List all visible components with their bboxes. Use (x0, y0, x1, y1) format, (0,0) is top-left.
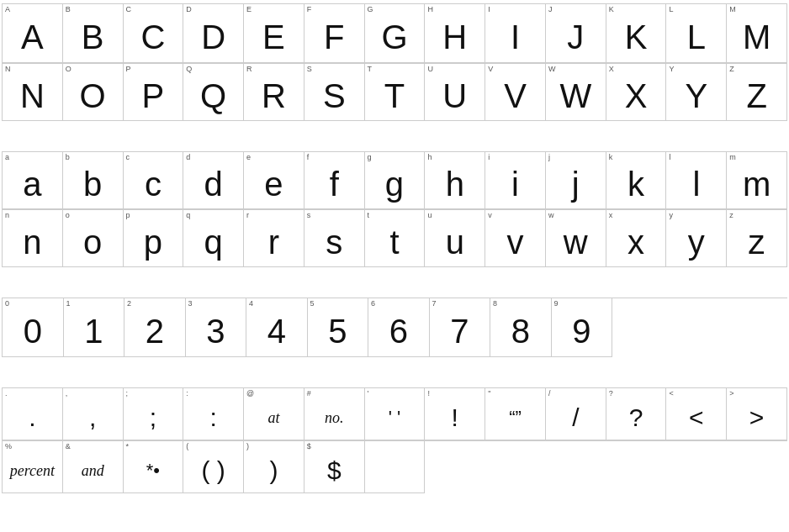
cell-glyph: I (511, 20, 520, 54)
glyph-cell: FF (304, 4, 365, 63)
cell-label: s (307, 212, 311, 219)
cell-label: @ (246, 390, 254, 398)
cell-label: n (5, 212, 9, 219)
glyph-cell: ZZ (727, 64, 787, 121)
cell-label: ( (186, 443, 188, 450)
cell-label: 9 (554, 300, 559, 308)
glyph-cell: rr (244, 210, 304, 267)
glyph-cell: DD (183, 4, 244, 63)
cell-glyph: “” (509, 408, 522, 427)
cell-glyph: P (142, 79, 165, 113)
glyph-cell: zz (727, 210, 787, 267)
cell-glyph: 2 (146, 314, 164, 348)
cell-label: O (66, 66, 71, 73)
cell-glyph: ' ' (389, 408, 401, 427)
cell-label: y (669, 212, 673, 219)
cell-glyph: ! (452, 405, 458, 430)
glyph-cell: &and (63, 441, 124, 493)
cell-label: x (609, 212, 613, 219)
cell-glyph: f (330, 167, 339, 201)
glyph-cell: "“” (485, 388, 546, 440)
glyph-cell: (( ) (183, 441, 244, 493)
font-preview: AABBCCDDEEFFGGHHIIJJKKLLMM NNOOPPQQRRSST… (0, 0, 789, 512)
glyph-cell: ff (304, 152, 365, 209)
glyph-cell: 66 (368, 298, 430, 357)
cell-label: f (307, 154, 310, 161)
cell-glyph: 7 (450, 314, 469, 348)
cell-label: t (368, 212, 370, 219)
cell-glyph: ; (150, 405, 156, 430)
cell-glyph: x (627, 225, 644, 259)
glyph-cell: JJ (546, 4, 606, 63)
glyph-cell: HH (425, 4, 485, 63)
cell-label: D (186, 6, 192, 13)
cell-label: g (368, 154, 372, 161)
cell-glyph: 0 (24, 314, 42, 348)
cell-label: ) (246, 443, 249, 450)
cell-glyph: A (21, 20, 44, 54)
cell-glyph: E (262, 20, 285, 54)
cell-glyph: W (559, 79, 591, 113)
cell-glyph: e (264, 167, 283, 201)
cell-glyph: z (749, 225, 765, 259)
glyph-cell: %percent (3, 441, 63, 493)
glyph-cell: hh (425, 152, 485, 209)
glyph-cell: >> (727, 388, 787, 440)
cell-glyph: O (80, 79, 106, 113)
cell-label: P (126, 66, 131, 73)
glyph-cell: SS (304, 64, 365, 121)
cell-label: C (126, 6, 132, 13)
cell-glyph: Z (746, 79, 766, 113)
glyph-cell: XX (606, 64, 667, 121)
glyph-cell: '' ' (365, 388, 426, 440)
uppercase-section: AABBCCDDEEFFGGHHIIJJKKLLMM NNOOPPQQRRSST… (2, 3, 787, 121)
cell-label: / (548, 390, 551, 398)
cell-label: Q (186, 66, 192, 73)
cell-glyph: v (507, 225, 524, 259)
cell-glyph: . (29, 405, 35, 430)
glyph-cell: **• (124, 441, 184, 493)
cell-glyph: j (572, 167, 580, 201)
cell-glyph: C (140, 20, 165, 54)
cell-glyph: n (23, 225, 41, 259)
glyph-cell: jj (546, 152, 606, 209)
cell-glyph: percent (10, 463, 55, 478)
glyph-cell: oo (63, 210, 124, 267)
cell-glyph: X (625, 79, 648, 113)
glyph-cell: 44 (246, 298, 308, 357)
glyph-cell: dd (183, 152, 244, 209)
glyph-cell: vv (485, 210, 546, 267)
cell-label: W (548, 66, 556, 73)
glyph-cell: // (546, 388, 606, 440)
glyph-cell: ss (304, 210, 365, 267)
punctuation-row1: ..,,;;::@at#no.'' '!!"“”//??<<>> (2, 387, 787, 440)
cell-label: # (307, 390, 311, 398)
glyph-cell: 99 (552, 298, 613, 357)
glyph-cell: LL (666, 4, 727, 63)
cell-glyph: s (326, 225, 342, 259)
cell-label: 0 (5, 300, 9, 308)
glyph-cell: ee (244, 152, 304, 209)
cell-glyph: , (89, 405, 96, 430)
cell-label: V (488, 66, 493, 73)
glyph-cell: BB (63, 4, 124, 63)
glyph-cell: @at (244, 388, 304, 440)
cell-glyph: 3 (206, 314, 225, 348)
glyph-cell: ii (485, 152, 546, 209)
digits-row: 00112233445566778899 (2, 298, 787, 357)
glyph-cell: VV (485, 64, 546, 121)
glyph-cell: 11 (64, 298, 125, 357)
glyph-cell: YY (666, 64, 727, 121)
cell-glyph: : (210, 405, 217, 430)
cell-label: L (669, 6, 673, 13)
cell-glyph: D (201, 20, 225, 54)
cell-glyph: 1 (84, 314, 103, 348)
glyph-cell: RR (244, 64, 304, 121)
glyph-cell: ,, (63, 388, 124, 440)
cell-glyph: at (267, 410, 279, 425)
cell-label: U (427, 66, 433, 73)
glyph-cell: UU (425, 64, 485, 121)
cell-glyph: c (145, 167, 162, 201)
cell-label: c (126, 154, 130, 161)
glyph-cell: 00 (3, 298, 64, 357)
